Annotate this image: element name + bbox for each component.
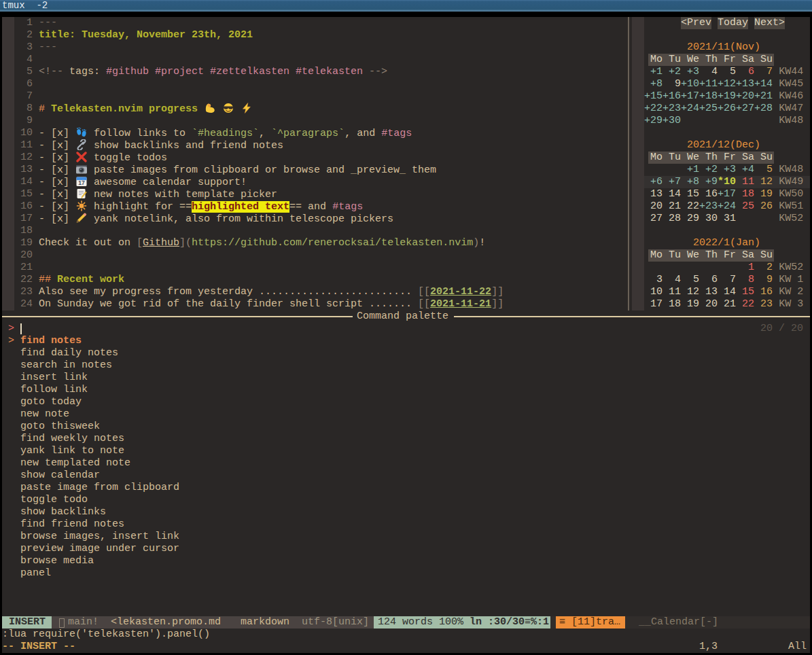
svg-text:17: 17 bbox=[78, 179, 85, 186]
